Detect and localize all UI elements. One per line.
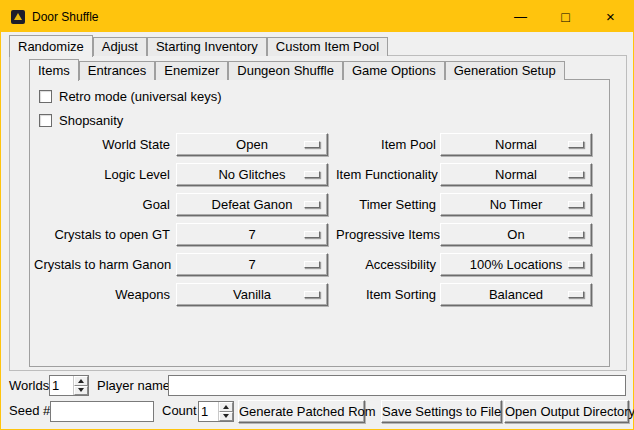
progressive-items-dropdown[interactable]: On [440,223,592,246]
tab-game-options[interactable]: Game Options [343,61,445,80]
arrow-down-icon [78,388,84,392]
progressive-items-label: Progressive Items [336,223,436,246]
worlds-row: Worlds Player names [1,375,633,396]
tab-enemizer[interactable]: Enemizer [155,61,228,80]
count-label: Count [162,400,197,421]
dropdown-indicator-icon [568,291,584,298]
spin-down-button[interactable] [219,412,233,422]
item-functionality-dropdown[interactable]: Normal [440,163,592,186]
worlds-input[interactable] [50,376,73,395]
dropdown-indicator-icon [304,201,320,208]
item-pool-label: Item Pool [336,133,436,156]
item-pool-value: Normal [495,137,537,152]
goal-dropdown[interactable]: Defeat Ganon [176,193,328,216]
worlds-label: Worlds [9,375,49,396]
tab-dungeon-shuffle[interactable]: Dungeon Shuffle [228,61,343,80]
settings-row: Logic Level No Glitches Item Functionali… [30,163,609,186]
player-names-input[interactable] [168,375,626,396]
tab-custom-item-pool[interactable]: Custom Item Pool [267,37,388,56]
settings-row: Crystals to harm Ganon 7 Accessibility 1… [30,253,609,276]
timer-setting-label: Timer Setting [336,193,436,216]
maximize-button[interactable]: □ [543,1,588,32]
goal-label: Goal [34,193,170,216]
crystals-open-gt-value: 7 [248,227,255,242]
titlebar: Door Shuffle — □ × [1,1,633,32]
dropdown-indicator-icon [304,231,320,238]
spin-up-button[interactable] [74,376,88,386]
logic-level-value: No Glitches [218,167,285,182]
dropdown-indicator-icon [304,261,320,268]
crystals-harm-ganon-dropdown[interactable]: 7 [176,253,328,276]
tab-entrances[interactable]: Entrances [79,61,156,80]
crystals-harm-ganon-label: Crystals to harm Ganon [34,253,170,276]
weapons-label: Weapons [34,283,170,306]
inner-tab-bar: Items Entrances Enemizer Dungeon Shuffle… [29,58,565,80]
dropdown-indicator-icon [304,171,320,178]
count-spinner [198,401,234,422]
worlds-spinner-buttons [73,376,88,395]
dropdown-indicator-icon [568,201,584,208]
tab-items[interactable]: Items [29,59,79,81]
progressive-items-value: On [507,227,524,242]
minimize-button[interactable]: — [498,1,543,32]
count-spinner-buttons [218,402,233,421]
weapons-dropdown[interactable]: Vanilla [176,283,328,306]
seed-row: Seed # Count Generate Patched Rom Save S… [1,400,633,423]
tab-starting-inventory[interactable]: Starting Inventory [147,37,267,56]
open-output-directory-button[interactable]: Open Output Directory [504,400,629,423]
client-area: Randomize Adjust Starting Inventory Cust… [1,32,633,429]
tab-randomize[interactable]: Randomize [9,35,93,57]
shopsanity-label: Shopsanity [59,113,123,128]
close-button[interactable]: × [588,1,633,32]
player-names-label: Player names [97,375,176,396]
dropdown-indicator-icon [568,231,584,238]
timer-setting-value: No Timer [490,197,543,212]
accessibility-dropdown[interactable]: 100% Locations [440,253,592,276]
arrow-up-icon [223,405,229,409]
accessibility-label: Accessibility [336,253,436,276]
retro-mode-label: Retro mode (universal keys) [59,89,222,104]
seed-label: Seed # [9,400,50,421]
crystals-harm-ganon-value: 7 [248,257,255,272]
goal-value: Defeat Ganon [212,197,293,212]
save-settings-button[interactable]: Save Settings to File [381,400,502,423]
crystals-open-gt-label: Crystals to open GT [34,223,170,246]
item-sorting-label: Item Sorting [336,283,436,306]
settings-row: Crystals to open GT 7 Progressive Items … [30,223,609,246]
retro-mode-checkbox[interactable] [39,90,52,103]
count-input[interactable] [199,402,218,421]
items-panel: Retro mode (universal keys) Shopsanity W… [29,79,610,367]
door-shuffle-window: Door Shuffle — □ × Randomize Adjust Star… [0,0,634,430]
world-state-label: World State [34,133,170,156]
minimize-icon: — [514,9,527,24]
dropdown-indicator-icon [304,141,320,148]
close-icon: × [606,8,615,25]
item-sorting-dropdown[interactable]: Balanced [440,283,592,306]
dropdown-indicator-icon [304,291,320,298]
settings-row: World State Open Item Pool Normal [30,133,609,156]
spin-up-button[interactable] [219,402,233,412]
generate-patched-rom-button[interactable]: Generate Patched Rom [238,400,365,423]
dropdown-indicator-icon [568,261,584,268]
world-state-dropdown[interactable]: Open [176,133,328,156]
logic-level-dropdown[interactable]: No Glitches [176,163,328,186]
weapons-value: Vanilla [233,287,271,302]
item-functionality-label: Item Functionality [336,163,436,186]
crystals-open-gt-dropdown[interactable]: 7 [176,223,328,246]
window-title: Door Shuffle [32,10,99,24]
arrow-up-icon [78,379,84,383]
tab-generation-setup[interactable]: Generation Setup [445,61,565,80]
tab-adjust[interactable]: Adjust [93,37,147,56]
shopsanity-checkbox[interactable] [39,114,52,127]
world-state-value: Open [236,137,268,152]
spin-down-button[interactable] [74,386,88,396]
item-sorting-value: Balanced [489,287,543,302]
seed-input[interactable] [50,401,154,422]
item-functionality-value: Normal [495,167,537,182]
arrow-down-icon [223,414,229,418]
item-pool-dropdown[interactable]: Normal [440,133,592,156]
timer-setting-dropdown[interactable]: No Timer [440,193,592,216]
randomize-panel: Items Entrances Enemizer Dungeon Shuffle… [9,55,627,371]
dropdown-indicator-icon [568,141,584,148]
logic-level-label: Logic Level [34,163,170,186]
